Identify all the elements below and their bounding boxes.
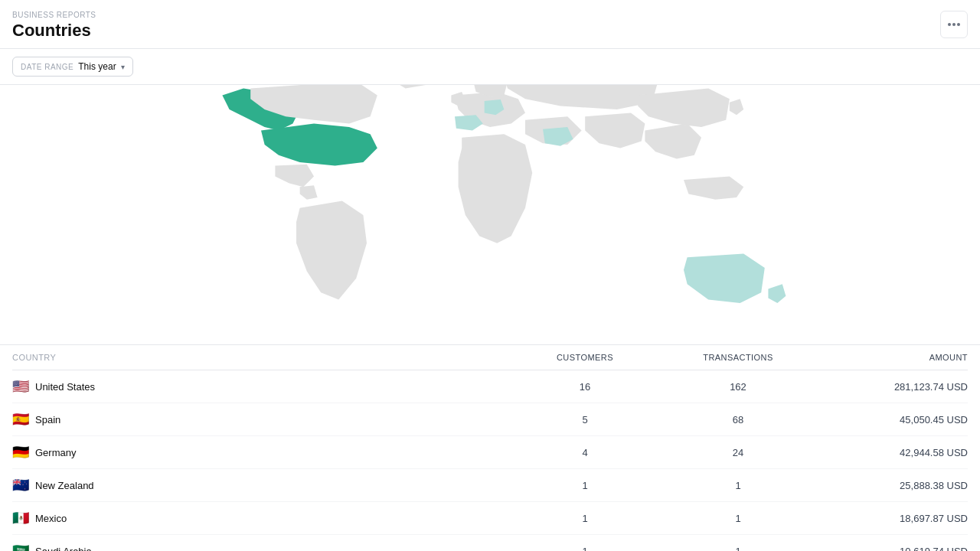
amount-value: 10,619.74 USD [815,546,968,552]
transactions-value: 162 [662,381,815,393]
greenland-shape [384,85,433,88]
south-asia-shape [585,112,645,148]
data-table: Country Customers Transactions Amount 🇺🇸… [0,345,980,551]
russia-shape [504,85,658,109]
indonesia-shape [684,176,743,199]
date-range-button[interactable]: DATE RANGE This year ▾ [12,57,133,77]
country-cell: 🇺🇸 United States [12,380,508,393]
map-svg [122,85,858,345]
africa-shape [459,134,533,243]
customers-value: 1 [508,480,662,491]
country-flag: 🇺🇸 [12,380,29,393]
country-flag: 🇸🇦 [12,544,29,551]
country-name: Spain [35,414,60,425]
section-label: BUSINESS REPORTS [12,11,968,19]
table-row: 🇳🇿 New Zealand 1 1 25,888.38 USD [12,469,968,502]
country-cell: 🇪🇸 Spain [12,412,508,426]
south-america-shape [296,201,367,299]
col-customers-header: Customers [508,353,662,362]
customers-value: 1 [508,546,662,552]
transactions-value: 1 [662,513,815,524]
country-name: Mexico [35,513,67,524]
more-options-button[interactable] [940,11,968,38]
dot1 [948,23,951,26]
japan-shape [730,99,743,115]
table-body: 🇺🇸 United States 16 162 281,123.74 USD 🇪… [12,370,968,551]
filters-bar: DATE RANGE This year ▾ [0,49,980,85]
southeast-asia-shape [645,123,701,158]
country-flag: 🇳🇿 [12,478,29,492]
country-flag: 🇩🇪 [12,445,29,459]
table-row: 🇸🇦 Saudi Arabia 1 1 10,619.74 USD [12,535,968,551]
amount-value: 281,123.74 USD [815,381,968,393]
country-cell: 🇳🇿 New Zealand [12,478,508,492]
table-row: 🇪🇸 Spain 5 68 45,050.45 USD [12,403,968,436]
country-name: Saudi Arabia [35,546,92,552]
country-name: Germany [35,447,76,458]
amount-value: 18,697.87 USD [815,513,968,524]
transactions-value: 1 [662,480,815,491]
table-row: 🇺🇸 United States 16 162 281,123.74 USD [12,370,968,403]
customers-value: 5 [508,414,662,425]
col-transactions-header: Transactions [662,353,815,362]
chevron-down-icon: ▾ [121,63,125,71]
transactions-value: 1 [662,546,815,552]
amount-value: 25,888.38 USD [815,480,968,491]
central-america-shape [300,185,318,199]
customers-value: 4 [508,447,662,458]
amount-value: 45,050.45 USD [815,414,968,425]
transactions-value: 68 [662,414,815,425]
dot3 [957,23,960,26]
country-name: New Zealand [35,480,94,491]
transactions-value: 24 [662,447,815,458]
country-flag: 🇲🇽 [12,511,29,525]
dot2 [952,23,956,26]
amount-value: 42,944.58 USD [815,447,968,458]
country-name: United States [35,381,95,393]
new-zealand-shape [768,284,786,303]
australia-shape [684,253,765,302]
china-shape [638,88,730,127]
col-country-header: Country [12,353,508,362]
world-map [0,85,980,345]
country-cell: 🇲🇽 Mexico [12,511,508,525]
country-cell: 🇸🇦 Saudi Arabia [12,544,508,551]
table-row: 🇩🇪 Germany 4 24 42,944.58 USD [12,436,968,469]
date-range-label: DATE RANGE [21,63,74,71]
country-cell: 🇩🇪 Germany [12,445,508,459]
country-flag: 🇪🇸 [12,412,29,426]
table-header: Country Customers Transactions Amount [12,345,968,370]
table-row: 🇲🇽 Mexico 1 1 18,697.87 USD [12,502,968,535]
date-range-value: This year [78,61,116,72]
usa-shape [261,123,377,165]
customers-value: 1 [508,513,662,524]
col-amount-header: Amount [815,353,968,362]
customers-value: 16 [508,381,662,393]
page-title: Countries [12,21,968,41]
page-header: BUSINESS REPORTS Countries [0,0,980,49]
mexico-shape [275,164,314,186]
